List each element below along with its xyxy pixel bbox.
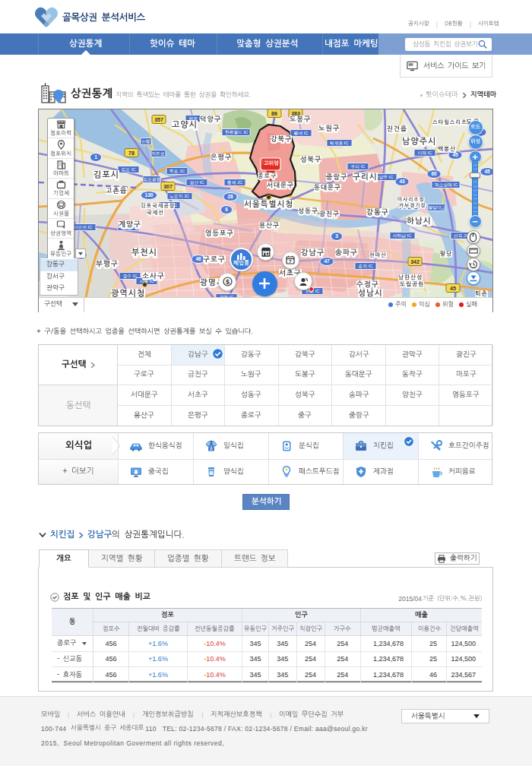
- svg-text:1: 1: [94, 154, 97, 160]
- svg-text:한류월드 IC: 한류월드 IC: [225, 130, 249, 135]
- svg-text:3: 3: [335, 233, 338, 239]
- svg-text:$: $: [225, 278, 229, 286]
- svg-text:45: 45: [450, 286, 456, 291]
- svg-text:6: 6: [225, 207, 228, 212]
- svg-text:28: 28: [227, 194, 233, 199]
- svg-text:별내 IC: 별내 IC: [293, 131, 308, 135]
- svg-text:구리 IC: 구리 IC: [350, 164, 365, 169]
- svg-text:장수 IC: 장수 IC: [122, 274, 137, 278]
- svg-text:307: 307: [163, 184, 173, 189]
- svg-text:130: 130: [145, 192, 154, 198]
- svg-text:덕소삼패 IC: 덕소삼패 IC: [435, 182, 458, 187]
- svg-text:43: 43: [399, 179, 405, 184]
- svg-text:홍제 JC: 홍제 JC: [227, 180, 242, 185]
- svg-text:팔당대교: 팔당대교: [428, 205, 445, 210]
- svg-text:북로 JC: 북로 JC: [169, 169, 185, 173]
- svg-text:47: 47: [324, 258, 330, 264]
- svg-text:46: 46: [195, 256, 201, 261]
- svg-text:김포공항: 김포공항: [143, 177, 160, 182]
- svg-text:86: 86: [271, 111, 277, 116]
- svg-text:60: 60: [431, 171, 437, 176]
- svg-text:송파 IC: 송파 IC: [358, 264, 372, 268]
- svg-text:이패 IC: 이패 IC: [417, 150, 432, 155]
- svg-text:45: 45: [484, 169, 490, 174]
- svg-text:서인천 IC: 서인천 IC: [74, 225, 93, 229]
- svg-text:신평: 신평: [141, 139, 150, 144]
- svg-text:퇴계원 IC: 퇴계원 IC: [330, 141, 349, 145]
- svg-text:노오지 JC: 노오지 JC: [169, 194, 189, 198]
- svg-text:성산 IC: 성산 IC: [189, 180, 204, 185]
- svg-text:김포 IC: 김포 IC: [121, 167, 135, 172]
- svg-text:342: 342: [410, 259, 420, 264]
- svg-text:자유로: 자유로: [151, 151, 165, 156]
- svg-text:서하남 IC: 서하남 IC: [393, 233, 412, 238]
- svg-text:357: 357: [154, 117, 163, 122]
- svg-text:78: 78: [128, 150, 135, 156]
- svg-text:7: 7: [289, 259, 292, 264]
